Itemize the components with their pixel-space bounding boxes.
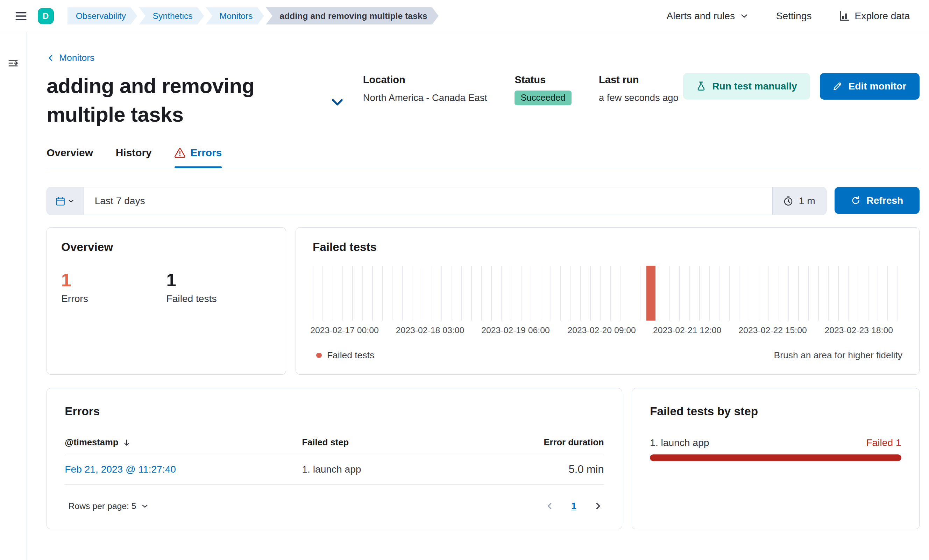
status-badge: Succeeded [515,90,571,106]
status-label: Status [515,74,571,86]
legend-label: Failed tests [327,350,374,361]
overview-panel-title: Overview [61,240,271,254]
monitor-header: adding and removing multiple tasks Locat… [46,72,920,129]
x-axis-tick: 2023-02-17 00:00 [310,326,379,335]
hamburger-icon [15,10,27,22]
back-to-monitors-link[interactable]: Monitors [46,52,94,63]
table-row: Feb 21, 2023 @ 11:27:40 1. launch app 5.… [65,455,604,485]
page-title: adding and removing multiple tasks [46,72,312,129]
back-link-label: Monitors [59,52,94,63]
last-run-value: a few seconds ago [599,92,679,104]
step-name: 1. launch app [650,437,709,448]
refresh-label: Refresh [866,195,903,206]
explore-data-link[interactable]: Explore data [835,10,914,22]
x-axis-tick: 2023-02-20 09:00 [567,326,636,335]
failed-tests-by-step-panel: Failed tests by step 1. launch app Faile… [632,388,920,529]
quick-select-button[interactable] [47,187,84,215]
errors-table: @timestamp Failed step Error duration Fe… [65,432,604,485]
failed-test-bar [646,266,655,321]
menu-button[interactable] [12,7,30,25]
run-test-manually-button[interactable]: Run test manually [683,73,811,100]
location-label: Location [363,74,487,86]
chevron-right-icon [593,501,602,511]
x-axis-tick: 2023-02-19 06:00 [481,326,549,335]
settings-link[interactable]: Settings [773,10,815,22]
failed-tests-stat-label: Failed tests [167,293,271,304]
run-test-label: Run test manually [712,81,797,92]
calendar-icon [56,196,65,206]
errors-count: 1 [61,271,166,290]
warning-triangle-icon [175,147,185,158]
overview-panel: Overview 1 Errors 1 Failed tests [46,227,286,375]
page-number-1[interactable]: 1 [568,500,580,512]
breadcrumb-observability[interactable]: Observability [67,7,137,25]
legend-dot [316,353,322,358]
monitor-tabs: Overview History Errors [46,147,920,168]
breadcrumb: Observability Synthetics Monitors adding… [67,7,440,25]
chevron-down-icon [141,502,149,510]
chevron-left-icon [545,501,554,511]
location-value: North America - Canada East [363,92,487,104]
brush-hint: Brush an area for higher fidelity [774,350,902,361]
alerts-and-rules-menu[interactable]: Alerts and rules [663,10,752,22]
step-result-item: 1. launch app Failed 1 [650,437,901,461]
bar-chart-icon [839,11,850,21]
breadcrumb-monitors[interactable]: Monitors [205,7,264,25]
column-header-error-duration: Error duration [485,432,604,455]
x-axis-tick: 2023-02-22 15:00 [738,326,806,335]
pagination: 1 [544,500,604,512]
space-avatar[interactable]: D [38,8,54,24]
expand-sidebar-button[interactable] [5,55,21,73]
rows-per-page-label: Rows per page: 5 [69,501,136,511]
column-header-timestamp[interactable]: @timestamp [65,432,302,455]
tab-errors[interactable]: Errors [175,147,222,168]
refresh-button[interactable]: Refresh [835,187,919,214]
pencil-icon [833,81,842,91]
error-duration-cell: 5.0 min [485,455,604,485]
last-run-meta: Last run a few seconds ago [599,74,679,129]
next-page-button[interactable] [592,500,604,512]
failed-step-cell: 1. launch app [302,455,485,485]
timer-icon [783,196,793,206]
step-result-badge: Failed 1 [866,437,901,448]
tab-overview[interactable]: Overview [46,147,93,168]
breadcrumb-current-monitor: adding and removing multiple tasks [266,7,438,25]
explore-data-label: Explore data [854,11,910,22]
failed-tests-chart[interactable] [313,266,902,321]
top-navigation-bar: D Observability Synthetics Monitors addi… [0,0,929,32]
refresh-interval-button[interactable]: 1 m [772,187,826,215]
previous-page-button[interactable] [544,500,556,512]
chevron-down-icon [67,197,75,205]
rows-per-page-selector[interactable]: Rows per page: 5 [65,500,152,511]
status-meta: Status Succeeded [515,74,571,129]
tab-overview-label: Overview [46,147,93,159]
sort-descending-icon [123,439,131,447]
monitor-select-dropdown[interactable] [329,94,346,110]
tab-history[interactable]: History [116,147,152,168]
settings-label: Settings [776,11,812,22]
errors-stat: 1 Errors [61,271,166,304]
timestamp-header-label: @timestamp [65,437,118,447]
tab-history-label: History [116,147,152,159]
beaker-icon [696,81,706,91]
edit-monitor-button[interactable]: Edit monitor [820,73,920,100]
date-range-display[interactable]: Last 7 days [84,187,772,215]
edit-monitor-label: Edit monitor [848,81,906,92]
chevron-left-icon [46,54,55,62]
error-timestamp-link[interactable]: Feb 21, 2023 @ 11:27:40 [65,464,176,475]
x-axis: 2023-02-17 00:002023-02-18 03:002023-02-… [313,326,902,339]
errors-panel: Errors @timestamp Failed step Error dura… [46,388,622,529]
legend-item-failed-tests[interactable]: Failed tests [313,349,378,361]
breadcrumb-synthetics[interactable]: Synthetics [139,7,204,25]
chevron-down-icon [330,95,345,109]
location-meta: Location North America - Canada East [363,74,487,129]
alerts-and-rules-label: Alerts and rules [666,11,735,22]
failed-tests-panel-title: Failed tests [313,240,902,254]
chevron-down-icon [740,12,749,21]
date-picker-bar: Last 7 days 1 m Refresh [46,187,920,215]
failed-tests-by-step-title: Failed tests by step [650,405,901,418]
failed-tests-count: 1 [167,271,271,290]
step-failure-bar [650,454,901,461]
failed-tests-panel: Failed tests 2023-02-17 00:002023-02-18 … [296,227,920,375]
refresh-interval-value: 1 m [799,196,815,207]
